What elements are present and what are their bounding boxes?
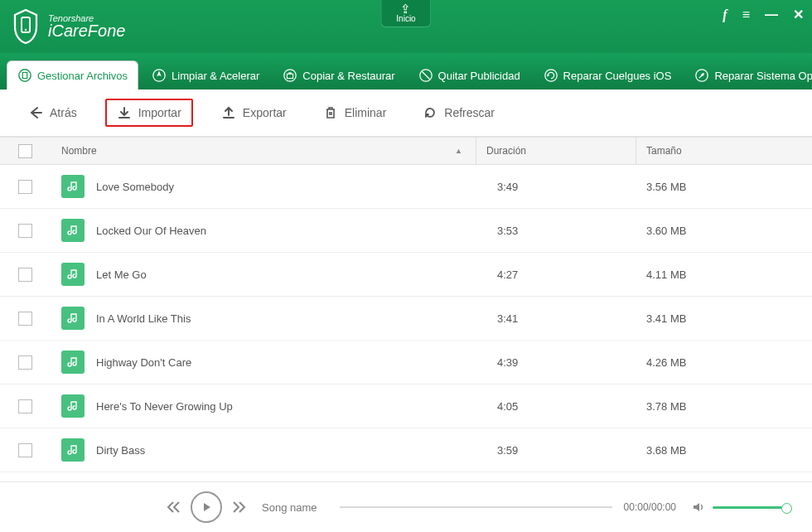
song-name: In A World Like This: [96, 312, 191, 325]
table-row[interactable]: Let Me Go4:274.11 MB: [0, 253, 812, 297]
sort-caret-icon: ▲: [455, 147, 462, 155]
row-checkbox[interactable]: [18, 355, 32, 370]
tab-repair-ios[interactable]: Reparar Cuelgues iOS: [534, 61, 682, 89]
table-row[interactable]: Highway Don't Care4:394.26 MB: [0, 341, 812, 384]
files-icon: [17, 68, 32, 83]
svg-point-2: [19, 70, 31, 81]
minimize-button[interactable]: —: [765, 7, 778, 22]
col-header-name[interactable]: Nombre ▲: [50, 145, 476, 157]
music-icon: [61, 351, 85, 374]
tab-label: Limpiar & Acelerar: [172, 70, 259, 82]
rocket-icon: [152, 68, 167, 83]
table-row[interactable]: Love Somebody3:493.56 MB: [0, 165, 812, 209]
row-checkbox[interactable]: [18, 180, 32, 194]
col-header-size[interactable]: Tamaño: [636, 138, 812, 164]
titlebar: Tenorshare iCareFone ⇪ Inicio f ≡ — ✕: [0, 0, 812, 53]
tab-clean-speedup[interactable]: Limpiar & Acelerar: [142, 61, 269, 89]
backup-icon: [283, 68, 297, 83]
export-button[interactable]: Exportar: [213, 100, 295, 125]
menu-icon[interactable]: ≡: [742, 7, 750, 22]
phone-shield-icon: [12, 8, 40, 45]
home-button[interactable]: ⇪ Inicio: [380, 0, 431, 27]
row-checkbox[interactable]: [18, 443, 32, 457]
music-icon: [61, 394, 85, 418]
music-icon: [61, 219, 85, 242]
facebook-icon[interactable]: f: [723, 7, 727, 22]
action-toolbar: Atrás Importar Exportar Eliminar Refresc…: [0, 89, 812, 137]
col-header-duration[interactable]: Duración: [476, 138, 636, 164]
svg-rect-6: [288, 74, 293, 78]
song-name: Locked Our Of Heaven: [96, 225, 206, 237]
playback-controls: [166, 491, 247, 523]
song-duration: 3:59: [497, 444, 646, 457]
volume-icon: [691, 500, 706, 515]
song-duration: 3:53: [497, 225, 646, 237]
export-icon: [221, 105, 236, 120]
song-duration: 4:27: [497, 268, 646, 281]
delete-button[interactable]: Eliminar: [315, 100, 395, 125]
row-checkbox[interactable]: [18, 224, 32, 238]
table-row[interactable]: Dirty Bass3:593.68 MB: [0, 428, 812, 472]
table-row[interactable]: Locked Our Of Heaven3:533.60 MB: [0, 209, 812, 253]
volume-control: [691, 500, 787, 515]
tab-label: Reparar Sistema Operativo: [714, 70, 812, 82]
home-up-icon: ⇪: [396, 3, 415, 15]
play-button[interactable]: [191, 491, 222, 523]
refresh-button[interactable]: Refrescar: [414, 100, 503, 125]
row-checkbox[interactable]: [18, 312, 32, 326]
window-controls: f ≡ — ✕: [723, 7, 804, 22]
tab-repair-os[interactable]: Reparar Sistema Operativo: [684, 61, 812, 89]
song-size: 3.41 MB: [646, 312, 812, 325]
row-checkbox[interactable]: [18, 268, 32, 282]
select-all-checkbox[interactable]: [18, 144, 32, 158]
song-size: 3.78 MB: [646, 400, 812, 413]
song-name: Love Somebody: [96, 181, 174, 193]
play-icon: [201, 501, 212, 513]
table-body: Love Somebody3:493.56 MBLocked Our Of He…: [0, 165, 812, 481]
progress-bar[interactable]: [340, 506, 612, 508]
volume-slider[interactable]: [713, 506, 787, 509]
track-time: 00:00/00:00: [624, 501, 676, 513]
music-icon: [61, 438, 85, 462]
svg-rect-7: [289, 72, 292, 74]
music-icon: [61, 307, 85, 330]
brand-company: Tenorshare: [48, 13, 125, 23]
song-size: 3.56 MB: [646, 181, 812, 193]
music-icon: [61, 263, 85, 286]
song-size: 3.60 MB: [646, 225, 812, 237]
song-name: Let Me Go: [96, 268, 147, 281]
import-icon: [117, 105, 132, 120]
prev-track-button[interactable]: [166, 499, 182, 515]
song-size: 4.26 MB: [646, 356, 812, 369]
song-size: 3.68 MB: [646, 444, 812, 457]
back-arrow-icon: [28, 105, 43, 120]
back-button[interactable]: Atrás: [20, 100, 85, 125]
song-size: 4.11 MB: [646, 268, 812, 281]
import-label: Importar: [138, 106, 181, 119]
trash-icon: [323, 105, 338, 120]
block-ads-icon: [418, 68, 433, 83]
song-duration: 3:49: [497, 181, 646, 193]
next-track-button[interactable]: [230, 499, 247, 515]
audio-player: Song name 00:00/00:00: [0, 481, 812, 532]
track-name: Song name: [262, 501, 328, 514]
table-row[interactable]: Here's To Never Growing Up4:053.78 MB: [0, 384, 812, 428]
svg-point-10: [544, 70, 556, 81]
row-checkbox[interactable]: [18, 399, 32, 414]
tab-backup-restore[interactable]: Copiar & Restaurar: [273, 61, 404, 89]
tab-label: Copiar & Restaurar: [302, 70, 394, 82]
table-row[interactable]: In A World Like This3:413.41 MB: [0, 297, 812, 341]
table-header: Nombre ▲ Duración Tamaño: [0, 137, 812, 165]
tab-manage-files[interactable]: Gestionar Archivos: [7, 60, 138, 89]
song-duration: 3:41: [497, 312, 646, 325]
tab-remove-ads[interactable]: Quitar Publicidad: [408, 61, 530, 89]
import-button[interactable]: Importar: [105, 99, 193, 127]
app-logo: Tenorshare iCareFone: [12, 8, 125, 45]
wrench-icon: [694, 68, 709, 83]
svg-point-5: [284, 70, 296, 81]
close-button[interactable]: ✕: [793, 7, 804, 22]
song-name: Highway Don't Care: [96, 356, 191, 369]
main-tabs: Gestionar Archivos Limpiar & Acelerar Co…: [0, 53, 812, 89]
svg-rect-3: [22, 72, 27, 78]
brand-product: iCareFone: [48, 22, 125, 41]
